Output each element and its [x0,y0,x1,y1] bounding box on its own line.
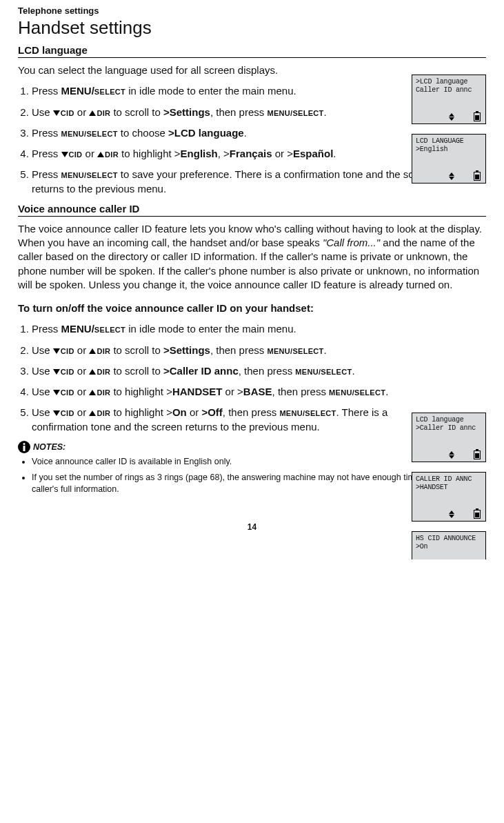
divider [18,57,486,58]
step-4: Use CID or DIR to highlight >HANDSET or … [32,385,435,399]
lcd-screen: LCD language >Caller ID annc [412,413,486,462]
nav-arrows-icon [449,451,454,459]
notes-label: NOTES: [33,442,65,452]
steps-voice-announce: Press MENU/SELECT in idle mode to enter … [18,322,435,434]
arrow-up-icon [89,390,96,395]
step-4: Press CID or DIR to highlight >English, … [32,147,435,161]
step-3: Press MENU/SELECT to choose >LCD languag… [32,126,435,140]
arrow-down-icon [61,152,68,157]
lcd-previews-top: >LCD language Caller ID annc LCD LANGUAG… [412,75,486,184]
lcd-screen: CALLER ID ANNC >HANDSET [412,472,486,522]
step-5: Press MENU/SELECT to save your preferenc… [32,168,435,196]
section-heading-voice-announce: Voice announce caller ID [18,203,486,215]
arrow-up-icon [89,110,96,116]
voice-intro: The voice announce caller ID feature let… [18,222,486,292]
battery-icon [474,112,481,121]
page-title: Handset settings [18,17,486,39]
battery-icon [474,450,481,459]
breadcrumb: Telephone settings [18,6,486,16]
nav-arrows-icon [449,172,454,180]
arrow-down-icon [53,369,60,375]
step-1: Press MENU/SELECT in idle mode to enter … [32,84,435,98]
lcd-screen: >LCD language Caller ID annc [412,75,486,124]
step-2: Use CID or DIR to scroll to >Settings, t… [32,106,435,119]
voice-subheading: To turn on/off the voice announce caller… [18,301,421,315]
step-5: Use CID or DIR to highlight >On or >Off,… [32,406,435,434]
lcd-screen: LCD LANGUAGE >English [412,134,486,184]
arrow-up-icon [97,152,104,157]
battery-icon [474,172,481,181]
nav-arrows-icon [449,113,454,121]
arrow-up-icon [89,369,96,375]
arrow-up-icon [89,410,96,416]
arrow-up-icon [89,348,96,354]
section-heading-lcd-language: LCD language [18,44,486,56]
arrow-down-icon [53,410,60,416]
step-2: Use CID or DIR to scroll to >Settings, t… [32,344,435,357]
info-icon [18,441,30,453]
intro-text: You can select the language used for all… [18,63,421,77]
nav-arrows-icon [449,510,454,518]
battery-icon [474,510,481,519]
divider [18,216,486,217]
step-3: Use CID or DIR to scroll to >Caller ID a… [32,364,435,378]
arrow-down-icon [53,390,60,395]
steps-lcd-language: Press MENU/SELECT in idle mode to enter … [18,84,435,196]
arrow-down-icon [53,348,60,354]
lcd-screen: HS CID ANNOUNCE >On [412,531,486,559]
lcd-previews-mid: LCD language >Caller ID annc CALLER ID A… [412,413,486,559]
step-1: Press MENU/SELECT in idle mode to enter … [32,322,435,336]
arrow-down-icon [53,110,60,116]
